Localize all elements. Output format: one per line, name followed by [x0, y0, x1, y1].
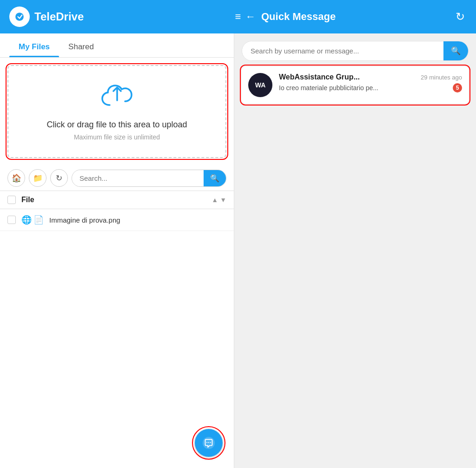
file-table-header: File ▲ ▼ [0, 191, 234, 209]
upload-main-text: Click or drag file to this area to uploa… [46, 120, 187, 130]
message-top: WebAssistance Grup... 29 minutes ago [279, 73, 462, 81]
refresh-files-icon: ↻ [56, 173, 62, 183]
back-arrow-icon[interactable]: ← [245, 11, 256, 23]
select-all-checkbox[interactable] [7, 196, 16, 204]
search-button[interactable]: 🔍 [204, 170, 226, 186]
file-type-icons: 🌐 📄 [21, 215, 44, 225]
refresh-files-button[interactable]: ↻ [50, 169, 68, 187]
toolbar: 🏠 📁 ↻ 🔍 [0, 165, 234, 191]
app-header: TeleDrive ≡ ← Quick Message ↻ [0, 0, 476, 33]
refresh-icon[interactable]: ↻ [456, 10, 465, 23]
header-right-section: ← Quick Message ↻ [234, 0, 476, 33]
message-content: WebAssistance Grup... 29 minutes ago Io … [279, 73, 462, 92]
file-table: File ▲ ▼ 🌐 📄 Immagine di prova.png [0, 191, 234, 468]
file-column-header: File [21, 196, 206, 204]
svg-point-2 [208, 442, 209, 443]
tab-shared[interactable]: Shared [59, 37, 103, 57]
table-row[interactable]: 🌐 📄 Immagine di prova.png [0, 209, 234, 231]
home-button[interactable]: 🏠 [7, 169, 25, 187]
app-title: TeleDrive [34, 10, 84, 23]
search-input[interactable] [72, 170, 204, 186]
logo-icon [9, 7, 30, 27]
right-search-input[interactable] [242, 41, 443, 60]
upload-sub-text: Maximum file size is unlimited [74, 133, 160, 141]
file-checkbox[interactable] [7, 216, 16, 224]
new-folder-icon: 📁 [33, 173, 43, 183]
message-unread-badge: 5 [453, 83, 462, 92]
quick-message-title: Quick Message [261, 11, 336, 23]
search-wrapper: 🔍 [72, 170, 226, 187]
file-name: Immagine di prova.png [49, 216, 120, 224]
sort-desc-icon: ▼ [220, 196, 226, 204]
message-item[interactable]: WA WebAssistance Grup... 29 minutes ago … [242, 66, 469, 104]
tabs: My Files Shared [0, 33, 234, 58]
right-search-button[interactable]: 🔍 [443, 41, 468, 60]
home-icon: 🏠 [12, 173, 21, 183]
avatar-initials: WA [255, 81, 266, 89]
main-content: My Files Shared Click or drag file to th… [0, 33, 476, 468]
quick-message-header: ← Quick Message [245, 11, 336, 23]
message-sender: WebAssistance Grup... [279, 73, 360, 81]
upload-cloud-icon [100, 83, 134, 112]
upload-area[interactable]: Click or drag file to this area to uploa… [7, 65, 226, 158]
sort-asc-icon: ▲ [212, 196, 218, 204]
right-panel: 🔍 WA WebAssistance Grup... 29 minutes ag… [234, 33, 476, 468]
new-folder-button[interactable]: 📁 [29, 169, 46, 187]
message-preview: Io creo materiale pubblicitario pe... 5 [279, 83, 462, 92]
left-panel: My Files Shared Click or drag file to th… [0, 33, 234, 468]
search-icon: 🔍 [210, 174, 219, 182]
file-doc-icon: 📄 [33, 215, 44, 225]
message-preview-text: Io creo materiale pubblicitario pe... [279, 84, 378, 92]
header-left: TeleDrive [9, 7, 242, 27]
quick-message-float-button[interactable] [195, 429, 223, 457]
avatar: WA [248, 73, 272, 97]
svg-point-3 [210, 442, 211, 443]
message-time: 29 minutes ago [421, 74, 462, 81]
tab-my-files[interactable]: My Files [9, 37, 59, 57]
sort-icons[interactable]: ▲ ▼ [212, 196, 226, 204]
svg-point-1 [206, 442, 207, 443]
right-search-icon: 🔍 [451, 46, 461, 55]
right-search-bar: 🔍 [242, 41, 469, 61]
globe-icon: 🌐 [21, 215, 32, 225]
